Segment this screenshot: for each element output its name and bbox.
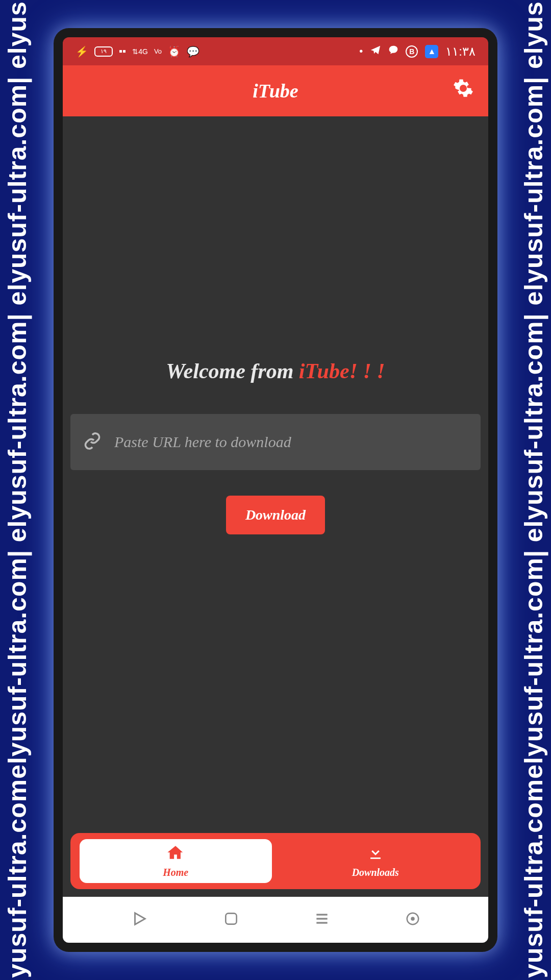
charging-icon: ⚡ bbox=[76, 45, 88, 58]
status-right: • B ▲ ١١:٣٨ bbox=[359, 44, 475, 59]
gear-icon bbox=[453, 80, 474, 104]
status-left: ⚡ ١٩ ▪▪ ⇅4G Vo ⏰ 💬 bbox=[76, 45, 199, 58]
nav-home-label: Home bbox=[163, 867, 188, 878]
url-input-container[interactable] bbox=[70, 414, 481, 470]
volte-icon: Vo bbox=[154, 47, 162, 55]
b-circle-icon: B bbox=[406, 45, 418, 58]
home-icon bbox=[167, 844, 184, 865]
welcome-message: Welcome from iTube! ! ! bbox=[166, 359, 385, 383]
welcome-brand: iTube! ! ! bbox=[299, 359, 385, 383]
clock-time: ١١:٣٨ bbox=[445, 44, 475, 59]
network-4g-icon: ⇅4G bbox=[132, 47, 148, 56]
phone-screen: ⚡ ١٩ ▪▪ ⇅4G Vo ⏰ 💬 • B ▲ ١١:٣٨ bbox=[63, 37, 488, 943]
url-input[interactable] bbox=[114, 433, 468, 451]
alarm-icon: ⏰ bbox=[168, 45, 181, 58]
message-icon bbox=[388, 45, 398, 58]
welcome-prefix: Welcome from bbox=[166, 359, 299, 383]
battery-icon: ١٩ bbox=[94, 46, 113, 57]
main-content: Welcome from iTube! ! ! Download bbox=[63, 116, 488, 825]
watermark-right: elyusuf-ultra.comelyusuf-ultra.com| elyu… bbox=[519, 0, 548, 980]
system-back-button[interactable] bbox=[131, 910, 148, 929]
svg-point-5 bbox=[411, 918, 414, 920]
system-nav-bar bbox=[63, 897, 488, 943]
system-extra-button[interactable] bbox=[405, 911, 420, 928]
system-home-button[interactable] bbox=[223, 911, 239, 929]
app-title: iTube bbox=[63, 80, 488, 102]
app-badge-icon: ▲ bbox=[425, 45, 438, 58]
watermark-left: elyusuf-ultra.comelyusuf-ultra.com| elyu… bbox=[3, 0, 32, 980]
nav-downloads-label: Downloads bbox=[352, 867, 399, 878]
nav-downloads[interactable]: Downloads bbox=[280, 839, 472, 883]
link-icon bbox=[83, 432, 102, 452]
telegram-icon bbox=[370, 44, 381, 58]
phone-frame: ⚡ ١٩ ▪▪ ⇅4G Vo ⏰ 💬 • B ▲ ١١:٣٨ bbox=[54, 28, 497, 952]
app-header: iTube bbox=[63, 65, 488, 116]
chat-icon: 💬 bbox=[187, 45, 199, 58]
signal-icon: ▪▪ bbox=[119, 45, 126, 57]
system-recent-button[interactable] bbox=[314, 911, 330, 929]
bottom-nav: Home Downloads bbox=[70, 833, 481, 889]
download-icon bbox=[367, 844, 384, 865]
status-bar: ⚡ ١٩ ▪▪ ⇅4G Vo ⏰ 💬 • B ▲ ١١:٣٨ bbox=[63, 37, 488, 65]
settings-button[interactable] bbox=[453, 78, 474, 104]
dot-icon: • bbox=[359, 45, 363, 57]
svg-rect-0 bbox=[226, 913, 236, 924]
nav-home[interactable]: Home bbox=[80, 839, 272, 883]
download-button[interactable]: Download bbox=[226, 496, 325, 534]
